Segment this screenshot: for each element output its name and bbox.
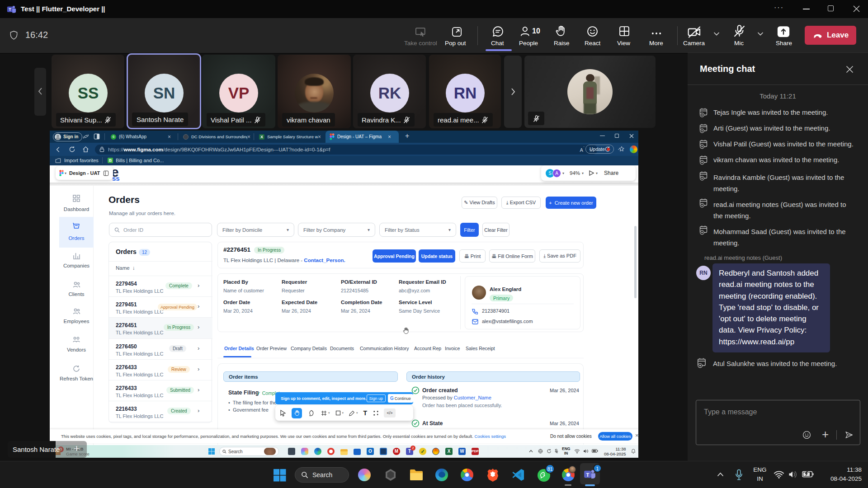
svg-text:T: T — [586, 472, 590, 478]
svg-text:T: T — [9, 7, 11, 12]
